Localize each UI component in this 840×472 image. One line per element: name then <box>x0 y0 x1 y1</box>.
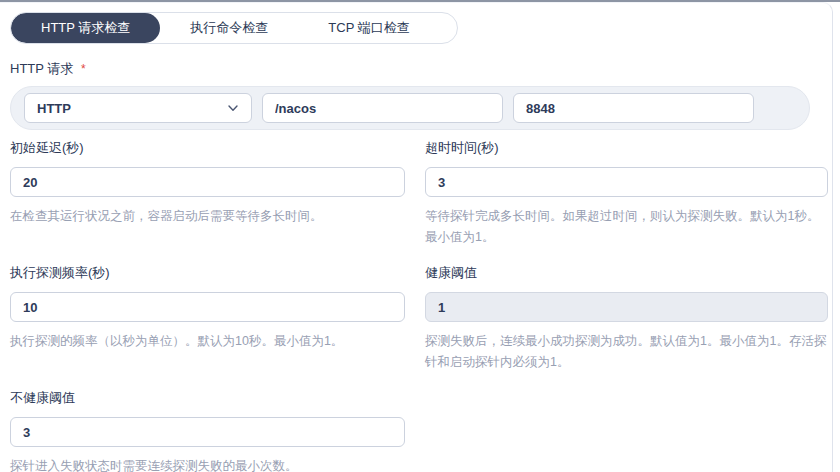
required-asterisk: * <box>81 62 86 76</box>
timeout-input[interactable] <box>425 167 828 197</box>
field-initial-delay: 初始延迟(秒) 在检查其运行状况之前，容器启动后需要等待多长时间。 <box>10 140 405 227</box>
health-check-config-screen: HTTP 请求检查 执行命令检查 TCP 端口检查 HTTP 请求 * HTTP… <box>0 0 840 472</box>
field-timeout: 超时时间(秒) 等待探针完成多长时间。如果超过时间，则认为探测失败。默认为1秒。… <box>425 140 828 249</box>
field-failure-threshold: 不健康阈值 探针进入失败状态时需要连续探测失败的最小次数。 <box>10 390 405 472</box>
success-threshold-help: 探测失败后，连续最小成功探测为成功。默认值为1。最小值为1。存活探针和启动探针内… <box>425 331 828 374</box>
tab-tcp-port-check[interactable]: TCP 端口检查 <box>298 13 439 43</box>
failure-threshold-help: 探针进入失败状态时需要连续探测失败的最小次数。 <box>10 456 405 472</box>
success-threshold-input <box>425 292 828 322</box>
initial-delay-input[interactable] <box>10 167 405 197</box>
http-request-row: HTTP <box>10 86 810 130</box>
timeout-label: 超时时间(秒) <box>425 140 828 156</box>
http-port-input[interactable] <box>513 93 754 123</box>
failure-threshold-label: 不健康阈值 <box>10 390 405 406</box>
tab-http-request-check[interactable]: HTTP 请求检查 <box>11 13 160 43</box>
protocol-select[interactable]: HTTP <box>24 93 252 123</box>
check-type-tabs: HTTP 请求检查 执行命令检查 TCP 端口检查 <box>10 12 458 44</box>
http-path-input[interactable] <box>262 93 503 123</box>
chevron-down-icon <box>227 102 239 114</box>
success-threshold-label: 健康阈值 <box>425 265 828 281</box>
probe-period-label: 执行探测频率(秒) <box>10 265 405 281</box>
http-request-label: HTTP 请求 * <box>10 61 86 77</box>
content-panel: HTTP 请求检查 执行命令检查 TCP 端口检查 HTTP 请求 * HTTP… <box>0 2 833 472</box>
field-probe-period: 执行探测频率(秒) 执行探测的频率（以秒为单位）。默认为10秒。最小值为1。 <box>10 265 405 352</box>
field-success-threshold: 健康阈值 探测失败后，连续最小成功探测为成功。默认值为1。最小值为1。存活探针和… <box>425 265 828 374</box>
http-request-label-text: HTTP 请求 <box>10 61 73 76</box>
protocol-select-value: HTTP <box>37 101 71 116</box>
timeout-help: 等待探针完成多长时间。如果超过时间，则认为探测失败。默认为1秒。最小值为1。 <box>425 206 828 249</box>
initial-delay-help: 在检查其运行状况之前，容器启动后需要等待多长时间。 <box>10 206 405 227</box>
failure-threshold-input[interactable] <box>10 417 405 447</box>
probe-period-help: 执行探测的频率（以秒为单位）。默认为10秒。最小值为1。 <box>10 331 405 352</box>
tab-exec-command-check[interactable]: 执行命令检查 <box>160 13 298 43</box>
initial-delay-label: 初始延迟(秒) <box>10 140 405 156</box>
probe-period-input[interactable] <box>10 292 405 322</box>
